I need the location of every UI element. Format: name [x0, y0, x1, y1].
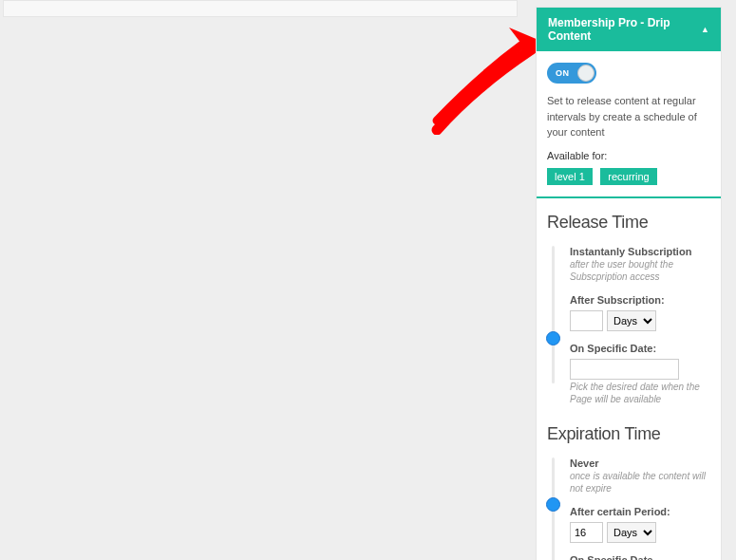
expiration-time-section: Expiration Time Never once is available …	[547, 419, 710, 561]
available-for-label: Available for:	[547, 150, 710, 161]
expiration-slider-handle[interactable]	[546, 497, 560, 512]
expiration-time-title: Expiration Time	[547, 424, 710, 444]
after-period-label: After certain Period:	[570, 506, 710, 517]
panel-header[interactable]: Membership Pro - Drip Content ▲	[537, 8, 721, 51]
release-slider-handle[interactable]	[546, 331, 560, 345]
tag-recurring[interactable]: recurring	[600, 168, 656, 185]
release-specific-date-label: On Specific Date:	[570, 343, 710, 354]
release-time-title: Release Time	[547, 213, 710, 233]
drip-toggle[interactable]: ON	[547, 63, 596, 84]
panel-title: Membership Pro - Drip Content	[548, 16, 701, 43]
release-time-section: Release Time Instantanly Subscription af…	[547, 198, 710, 419]
available-tags: level 1 recurring	[547, 167, 710, 185]
instant-subscription-title: Instantanly Subscription	[570, 246, 710, 257]
toggle-knob	[577, 65, 594, 82]
expiration-specific-date-label: On Specific Date	[570, 554, 710, 561]
release-specific-date-input[interactable]	[570, 359, 679, 380]
panel-description: Set to release content at regular interv…	[547, 93, 710, 140]
never-expire-hint: once is available the content will not e…	[570, 470, 710, 495]
after-period-input[interactable]	[570, 522, 603, 543]
main-content-placeholder	[3, 0, 518, 17]
after-subscription-unit-select[interactable]: Days	[607, 310, 656, 331]
release-slider-track[interactable]	[552, 246, 555, 383]
collapse-icon: ▲	[701, 25, 709, 34]
toggle-state-label: ON	[556, 68, 570, 78]
after-period-unit-select[interactable]: Days	[607, 522, 656, 543]
drip-content-panel: Membership Pro - Drip Content ▲ ON Set t…	[536, 7, 722, 560]
never-expire-title: Never	[570, 457, 710, 469]
after-subscription-label: After Subscription:	[570, 294, 710, 306]
release-specific-date-hint: Pick the desired date when the Page will…	[570, 381, 710, 405]
tag-level1[interactable]: level 1	[547, 168, 593, 185]
instant-subscription-hint: after the user bought the Subscpription …	[570, 258, 710, 283]
after-subscription-input[interactable]	[570, 310, 603, 331]
